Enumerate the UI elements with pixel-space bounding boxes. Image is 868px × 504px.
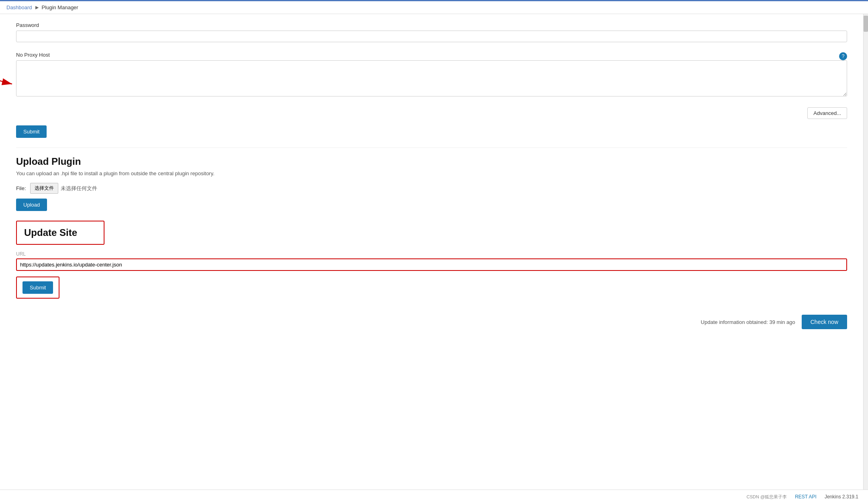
footer-bar: CSDN @狐悲果子李 REST API Jenkins 2.319.1 [0,490,868,504]
url-input[interactable] [16,258,847,271]
breadcrumb-separator: ▶ [35,5,39,10]
upload-button[interactable]: Upload [16,199,47,211]
scrollbar-thumb[interactable] [864,16,868,32]
file-choose-button[interactable]: 选择文件 [30,183,58,194]
section-divider-1 [16,148,847,148]
no-proxy-host-section: No Proxy Host ? [16,52,847,98]
submit-button-1[interactable]: Submit [16,125,47,138]
main-content: 下拉至 Password No Proxy Host ? [0,14,863,502]
update-site-heading-box: Update Site [16,221,104,245]
url-section: URL [16,251,847,271]
submit-button-2[interactable]: Submit [23,281,53,294]
update-site-section: Update Site URL Submit [16,221,847,299]
file-input-wrapper: 选择文件 未选择任何文件 [30,183,97,194]
jenkins-version: Jenkins 2.319.1 [825,494,858,500]
breadcrumb-current: Plugin Manager [42,4,78,10]
upload-plugin-description: You can upload an .hpi file to install a… [16,170,847,176]
check-now-button[interactable]: Check now [802,315,847,329]
breadcrumb-bar: Dashboard ▶ Plugin Manager [0,0,868,14]
no-proxy-host-textarea[interactable] [16,60,847,96]
password-label: Password [16,22,847,28]
advanced-button[interactable]: Advanced... [807,107,847,119]
file-no-file-text: 未选择任何文件 [61,185,97,192]
update-info-row: Update information obtained: 39 min ago … [16,315,847,329]
rest-api-link[interactable]: REST API [795,494,817,500]
no-proxy-host-label: No Proxy Host [16,52,50,58]
file-row: File: 选择文件 未选择任何文件 [16,183,847,194]
password-input[interactable] [16,31,847,42]
no-proxy-host-label-row: No Proxy Host ? [16,52,847,60]
footer-links: CSDN @狐悲果子李 REST API Jenkins 2.319.1 [747,494,858,500]
update-site-submit-box: Submit [16,277,59,299]
submit-section-1: Submit [16,125,847,138]
update-site-heading: Update Site [24,227,77,238]
no-proxy-host-help-icon[interactable]: ? [839,52,847,60]
url-label: URL [16,251,847,257]
update-info-text: Update information obtained: 39 min ago [701,319,795,325]
breadcrumb-dashboard[interactable]: Dashboard [6,4,32,10]
csdn-label: CSDN @狐悲果子李 [747,494,787,500]
advanced-row: Advanced... [16,107,847,119]
file-label: File: [16,185,26,191]
upload-plugin-section: Upload Plugin You can upload an .hpi fil… [16,156,847,211]
upload-plugin-heading: Upload Plugin [16,156,847,167]
scrollbar-track [863,14,868,502]
password-section: 下拉至 Password [16,22,847,42]
